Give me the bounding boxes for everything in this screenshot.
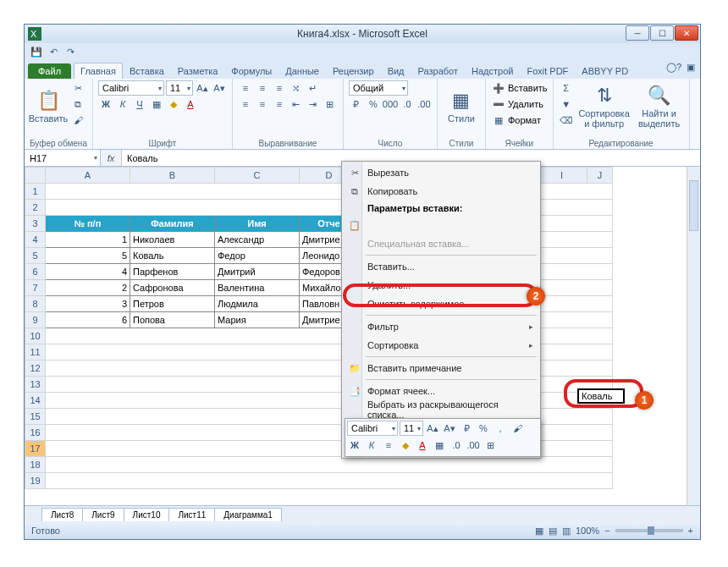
comma-icon[interactable]: 000 [383,96,398,112]
tab-data[interactable]: Данные [279,63,326,79]
paste-button[interactable]: 📋 Вставить [30,80,67,133]
number-format-combo[interactable]: Общий [349,80,408,96]
tab-formulas[interactable]: Формулы [224,63,279,79]
mini-format-painter-icon[interactable]: 🖌 [510,421,525,436]
mini-size-combo[interactable]: 11 [400,421,423,436]
row-header[interactable]: 13 [25,377,46,393]
row-header[interactable]: 19 [25,473,46,489]
mini-align-icon[interactable]: ≡ [381,438,396,453]
zoom-in-icon[interactable]: + [688,526,693,536]
cell[interactable]: Александр [215,232,300,248]
increase-indent-icon[interactable]: ⇥ [306,96,321,112]
row-header[interactable]: 12 [25,361,46,377]
select-all-corner[interactable] [25,168,46,184]
row-header[interactable]: 11 [25,344,46,361]
align-right-icon[interactable]: ≡ [272,96,287,112]
fill-color-icon[interactable]: ◆ [166,96,181,112]
underline-button[interactable]: Ч [132,96,147,112]
sheet-tab[interactable]: Лист8 [41,508,83,521]
align-center-icon[interactable]: ≡ [255,96,270,112]
fill-icon[interactable]: ▼ [559,96,574,112]
ctx-format-cells[interactable]: 📑Формат ячеек... [344,382,538,400]
tab-file[interactable]: Файл [28,63,71,79]
increase-font-icon[interactable]: A▴ [195,80,210,96]
font-size-combo[interactable]: 11 [166,80,193,96]
row-header[interactable]: 6 [25,264,46,280]
row-header[interactable]: 17 [25,441,46,457]
mini-bold-button[interactable]: Ж [347,438,362,453]
tab-home[interactable]: Главная [74,63,123,79]
tab-addins[interactable]: Надстрой [465,63,520,79]
tab-layout[interactable]: Разметка [171,63,225,79]
cell[interactable]: Сафронова [130,280,215,296]
mini-dec-decimal-icon[interactable]: .00 [466,438,481,453]
copy-icon[interactable]: ⧉ [70,96,85,112]
orientation-icon[interactable]: ⤭ [289,80,304,96]
mini-percent-icon[interactable]: % [476,421,491,436]
mini-fill-color-icon[interactable]: ◆ [398,438,413,453]
tab-view[interactable]: Вид [381,63,411,79]
row-header[interactable]: 15 [25,409,46,425]
cell[interactable]: Парфенов [130,264,215,280]
mini-currency-icon[interactable]: ₽ [459,421,474,436]
row-header[interactable]: 7 [25,280,46,296]
mini-grow-font-icon[interactable]: A▴ [425,421,440,436]
mini-inc-decimal-icon[interactable]: .0 [449,438,464,453]
cell[interactable]: Попова [130,312,215,328]
cell[interactable]: Людмила [215,296,300,312]
row-header[interactable]: 5 [25,248,46,264]
format-painter-icon[interactable]: 🖌 [70,113,85,128]
align-bottom-icon[interactable]: ≡ [272,80,287,96]
zoom-out-icon[interactable]: − [604,526,609,536]
row-header[interactable]: 18 [25,457,46,473]
sheet-tab[interactable]: Лист10 [124,508,170,521]
autosum-icon[interactable]: Σ [559,80,574,96]
cell[interactable]: Федор [215,248,300,264]
bold-button[interactable]: Ж [98,96,113,112]
row-header[interactable]: 8 [25,296,46,312]
undo-icon[interactable]: ↶ [47,45,60,58]
tab-review[interactable]: Рецензир [326,63,381,79]
mini-font-color-icon[interactable]: A [415,438,430,453]
wrap-text-icon[interactable]: ↵ [306,80,321,96]
minimize-button[interactable]: ─ [626,25,649,41]
font-color-icon[interactable]: A [183,96,198,112]
sheet-tab[interactable]: Лист11 [168,508,215,521]
decrease-font-icon[interactable]: A▾ [212,80,227,96]
view-layout-icon[interactable]: ▤ [549,526,557,537]
sheet-tab[interactable]: Диаграмма1 [214,508,282,521]
format-cell-icon[interactable]: ▦ [491,113,506,128]
cell[interactable]: Дмитрий [215,264,300,280]
zoom-level[interactable]: 100% [576,526,599,536]
merge-icon[interactable]: ⊞ [323,96,338,112]
row-header[interactable]: 2 [25,200,46,216]
format-label[interactable]: Формат [508,115,541,125]
col-header[interactable]: B [130,168,215,184]
row-header[interactable]: 14 [25,393,46,409]
align-middle-icon[interactable]: ≡ [255,80,270,96]
cut-icon[interactable]: ✂ [70,80,85,96]
name-box[interactable]: H17 [25,150,101,166]
ctx-clear-contents[interactable]: Очистить содержимое [344,295,538,313]
tab-developer[interactable]: Разработ [411,63,465,79]
insert-cell-icon[interactable]: ➕ [491,80,506,96]
insert-label[interactable]: Вставить [508,83,548,93]
maximize-button[interactable]: ☐ [650,25,674,41]
ctx-cut[interactable]: ✂Вырезать [344,163,538,182]
ctx-insert[interactable]: Вставить... [344,257,538,276]
close-button[interactable]: ✕ [675,25,698,41]
col-header[interactable]: J [587,168,613,184]
styles-button[interactable]: ▦ Стили [443,80,480,133]
mini-italic-button[interactable]: К [364,438,379,453]
border-icon[interactable]: ▦ [149,96,164,112]
cell[interactable]: Николаев [130,232,215,248]
cell[interactable]: 6 [46,312,130,328]
cell[interactable]: 5 [46,248,130,264]
ctx-paste-option[interactable]: 📋 [344,216,538,234]
help-icon[interactable]: ◯? [666,62,681,73]
percent-icon[interactable]: % [366,96,381,112]
mini-comma-icon[interactable]: , [493,421,508,436]
row-header[interactable]: 3 [25,216,46,232]
col-header[interactable]: C [215,168,300,184]
italic-button[interactable]: К [115,96,130,112]
